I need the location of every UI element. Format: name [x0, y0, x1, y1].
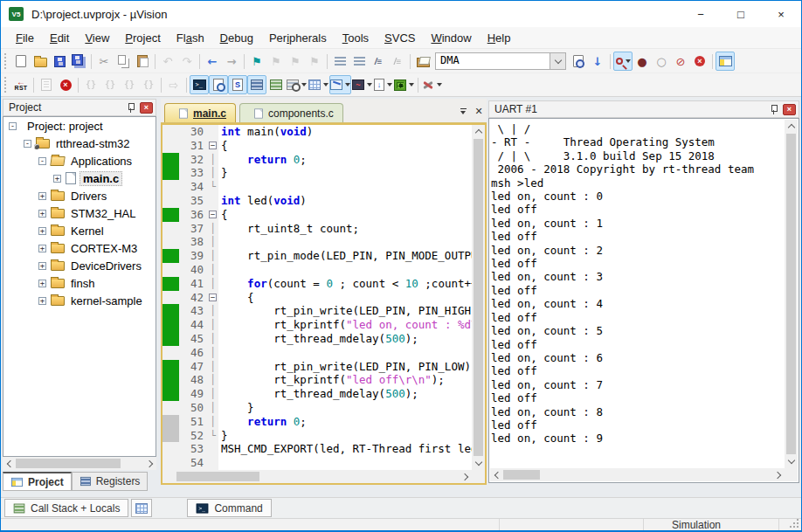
step-button[interactable]: {}: [81, 75, 100, 94]
menu-flash[interactable]: Flash: [169, 29, 212, 47]
cut-button[interactable]: ✂: [94, 52, 114, 71]
scroll-right-icon[interactable]: [771, 468, 785, 481]
reset-cpu-button[interactable]: ←RST: [11, 75, 31, 94]
chevron-down-icon[interactable]: [367, 83, 372, 86]
run-button[interactable]: [37, 75, 56, 94]
comment-selection-button[interactable]: /≡: [369, 52, 388, 71]
resize-grip[interactable]: [790, 519, 799, 529]
tree-item-kernel-sample[interactable]: +kernel-sample: [3, 292, 156, 309]
menu-edit[interactable]: Edit: [42, 29, 77, 47]
registers-window-button[interactable]: [247, 75, 266, 94]
copy-button[interactable]: [114, 52, 133, 71]
tree-item-cortex-m3[interactable]: +CORTEX-M3: [3, 239, 156, 257]
expand-icon[interactable]: +: [38, 245, 46, 252]
menu-window[interactable]: Window: [423, 29, 479, 47]
uart-hscrollbar[interactable]: [490, 468, 785, 481]
chevron-down-icon[interactable]: [626, 59, 631, 63]
project-panel-close-icon[interactable]: ×: [140, 102, 153, 114]
find-button[interactable]: ↓: [588, 52, 607, 71]
paste-button[interactable]: [133, 52, 152, 71]
document-list-icon[interactable]: [455, 104, 471, 118]
disable-all-breakpoints-button[interactable]: ⊘: [671, 52, 690, 71]
scroll-down-icon[interactable]: [785, 455, 798, 468]
menu-help[interactable]: Help: [480, 29, 519, 47]
scroll-left-icon[interactable]: [3, 457, 16, 470]
undo-button[interactable]: ↶: [158, 52, 177, 71]
call-stack-window-button[interactable]: [266, 75, 286, 94]
pin-icon[interactable]: [127, 103, 135, 113]
menu-debug[interactable]: Debug: [212, 29, 261, 47]
editor-tab-main-c[interactable]: main.c: [164, 103, 236, 122]
menu-tools[interactable]: Tools: [335, 29, 377, 47]
expand-icon[interactable]: +: [38, 192, 46, 200]
expand-icon[interactable]: +: [38, 210, 46, 218]
tree-item-applications[interactable]: -Applications: [3, 152, 156, 169]
memory-window-button[interactable]: [308, 75, 329, 94]
workspace-tab-registers[interactable]: Registers: [72, 472, 149, 491]
chevron-down-icon[interactable]: [301, 83, 307, 86]
symbols-window-button[interactable]: S: [228, 75, 247, 94]
expand-icon[interactable]: +: [53, 175, 61, 183]
scroll-thumb[interactable]: [786, 134, 796, 454]
chevron-down-icon[interactable]: [409, 83, 414, 86]
analysis-window-button[interactable]: ~: [351, 75, 373, 94]
collapse-icon[interactable]: -: [38, 157, 46, 165]
scroll-right-icon[interactable]: [143, 457, 156, 470]
stop-button[interactable]: ×: [56, 75, 75, 94]
open-books-button[interactable]: [413, 52, 432, 71]
redo-button[interactable]: ↷: [177, 52, 197, 71]
tab-call-stack-locals[interactable]: Call Stack + Locals: [4, 499, 128, 517]
tree-item-finsh[interactable]: +finsh: [3, 274, 156, 292]
scroll-left-icon[interactable]: [490, 468, 503, 481]
minimize-button[interactable]: −: [681, 1, 721, 27]
scroll-thumb[interactable]: [503, 470, 540, 480]
indent-button[interactable]: [330, 52, 349, 71]
editor-close-icon[interactable]: ✕: [471, 104, 487, 118]
command-window-button[interactable]: >_: [190, 75, 209, 94]
collapse-icon[interactable]: −: [209, 142, 217, 149]
chevron-down-icon[interactable]: [323, 83, 328, 86]
navigate-back-button[interactable]: ←: [203, 52, 222, 71]
clear-bookmarks-button[interactable]: ⚑: [305, 52, 324, 71]
collapse-icon[interactable]: −: [209, 294, 217, 301]
toolbar-grip[interactable]: [4, 53, 9, 69]
tree-item-drivers[interactable]: +Drivers: [3, 187, 156, 204]
expand-icon[interactable]: +: [38, 297, 46, 305]
collapse-icon[interactable]: −: [209, 211, 217, 218]
step-out-button[interactable]: {}: [120, 75, 139, 94]
uart-panel-close-icon[interactable]: ×: [783, 104, 796, 115]
scroll-right-icon[interactable]: [459, 470, 472, 483]
chevron-down-icon[interactable]: [387, 83, 392, 86]
tree-item-stm32-hal[interactable]: +STM32_HAL: [3, 204, 156, 222]
menu-svcs[interactable]: SVCS: [377, 29, 423, 47]
serial-window-button[interactable]: [329, 75, 351, 94]
target-select-combobox[interactable]: DMA: [435, 52, 566, 70]
find-in-files-button[interactable]: [569, 52, 588, 71]
unindent-button[interactable]: [349, 52, 369, 71]
find-dropdown-button[interactable]: [613, 52, 633, 71]
editor-code-area[interactable]: 30int main(void)31−{32│ return 0;33│}34└…: [162, 125, 472, 470]
scroll-thumb[interactable]: [176, 472, 259, 481]
menu-file[interactable]: File: [8, 29, 42, 47]
project-tree-hscrollbar[interactable]: [3, 457, 156, 470]
collapse-icon[interactable]: -: [24, 140, 31, 148]
editor-hscrollbar[interactable]: [162, 470, 472, 483]
enable-breakpoint-button[interactable]: ○: [652, 52, 671, 71]
tab-memory-window[interactable]: [131, 499, 152, 517]
save-all-button[interactable]: [69, 52, 88, 71]
trace-window-button[interactable]: ↓: [373, 75, 393, 94]
expand-icon[interactable]: +: [38, 227, 46, 235]
editor-tab-components-c[interactable]: components.c: [239, 103, 343, 122]
chevron-down-icon[interactable]: [550, 53, 565, 69]
uart-vscrollbar[interactable]: [785, 120, 798, 468]
tree-item-rtthread-stm32[interactable]: -rtthread-stm32: [3, 135, 156, 152]
expand-icon[interactable]: +: [38, 262, 46, 270]
show-next-statement-button[interactable]: ⇨: [164, 75, 183, 94]
disassembly-window-button[interactable]: [209, 75, 228, 94]
save-button[interactable]: [50, 52, 69, 71]
kill-all-breakpoints-button[interactable]: ×: [690, 52, 709, 71]
tree-item-main-c[interactable]: +main.c: [3, 169, 156, 187]
scroll-down-icon[interactable]: [472, 457, 485, 470]
open-file-button[interactable]: [31, 52, 50, 71]
watch-window-button[interactable]: [286, 75, 308, 94]
